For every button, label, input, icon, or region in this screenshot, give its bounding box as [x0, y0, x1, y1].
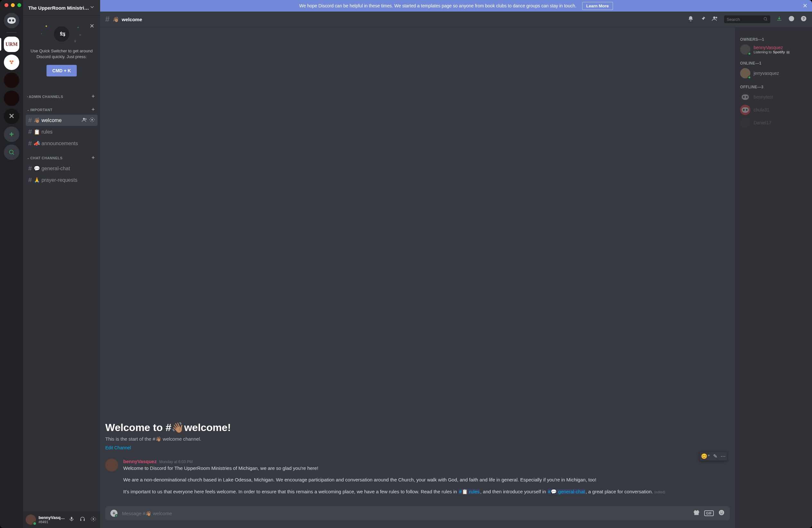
user-settings-button[interactable]: [89, 515, 98, 525]
member-avatar: [740, 117, 750, 128]
gif-button[interactable]: GIF: [704, 510, 714, 516]
member-offline[interactable]: chula31: [738, 103, 809, 116]
self-tag: #8491: [39, 520, 65, 524]
quick-switcher-text: Use Quick Switcher to get around Discord…: [30, 48, 93, 60]
edit-message-button[interactable]: ✎: [713, 453, 717, 459]
attach-button[interactable]: +: [111, 510, 117, 517]
edit-channel-link[interactable]: Edit Channel: [105, 445, 730, 450]
member-list-toggle[interactable]: [712, 15, 718, 23]
message-input[interactable]: [122, 511, 689, 516]
channel-header-title: welcome: [122, 17, 142, 22]
user-panel: bennyVasq… #8491: [23, 511, 100, 528]
member-name: chula31: [754, 107, 769, 112]
create-invite-icon[interactable]: [82, 117, 87, 124]
member-offline[interactable]: bennytest: [738, 90, 809, 103]
emoji-picker-button[interactable]: [718, 509, 725, 517]
compass-icon: [8, 149, 15, 155]
message-avatar[interactable]: [105, 459, 118, 471]
notifications-button[interactable]: [687, 15, 694, 23]
add-server-button[interactable]: +: [4, 127, 19, 142]
message-author[interactable]: bennyVasquez: [123, 459, 157, 464]
category-chat-label: Chat Channels: [30, 156, 62, 160]
home-button[interactable]: [4, 13, 19, 28]
svg-point-2: [11, 62, 13, 64]
svg-point-22: [720, 512, 721, 512]
add-channel-important[interactable]: +: [91, 106, 95, 113]
member-online[interactable]: jerryvasquez: [738, 67, 809, 80]
deafen-button[interactable]: [78, 515, 87, 525]
self-username: bennyVasq…: [39, 515, 65, 520]
svg-rect-9: [84, 519, 85, 521]
member-name: Daniel17: [754, 120, 771, 125]
mute-mic-button[interactable]: [68, 515, 76, 525]
speech-icon: 💬: [34, 166, 40, 171]
add-channel-admin[interactable]: +: [91, 93, 95, 100]
channel-rules-label: rules: [41, 129, 53, 135]
channel-general-chat[interactable]: # 💬 general-chat: [26, 163, 98, 174]
member-avatar: [740, 44, 750, 55]
pinned-messages-button[interactable]: [700, 15, 706, 23]
caret-right-icon: ›: [27, 95, 28, 98]
caret-down-icon: ⌄: [27, 156, 30, 160]
hash-icon: #: [28, 117, 32, 124]
chevron-down-icon: [89, 4, 95, 11]
plus-icon: +: [9, 130, 14, 139]
search-input[interactable]: [727, 17, 763, 22]
channel-mention-rules[interactable]: #📋 rules: [458, 489, 480, 494]
server-icon-3[interactable]: [4, 73, 19, 88]
window-zoom-button[interactable]: [17, 3, 21, 7]
banner-close-button[interactable]: ✕: [803, 2, 808, 9]
channel-announcements[interactable]: # 📣 announcements: [26, 138, 98, 149]
hash-icon: #: [28, 176, 32, 184]
svg-point-23: [722, 512, 723, 512]
more-actions-button[interactable]: ⋯: [721, 453, 726, 459]
channel-settings-icon[interactable]: [89, 117, 95, 124]
add-reaction-button[interactable]: 😊⁺: [701, 453, 710, 459]
server-icon-2[interactable]: [4, 55, 19, 70]
channel-rules[interactable]: # 📋 rules: [26, 126, 98, 138]
member-offline[interactable]: Daniel17: [738, 116, 809, 129]
quick-switcher-card: ✕ ✦ • + ○ ⠿ ⇆ Use Quick Switcher to get …: [26, 20, 98, 83]
quick-switcher-art: ✦ • + ○ ⠿ ⇆: [30, 26, 93, 42]
self-avatar[interactable]: [26, 514, 36, 525]
welcome-title: Welcome to #👋🏽welcome!: [105, 422, 730, 433]
search-box[interactable]: [724, 15, 770, 23]
server-icon-5[interactable]: ✕: [4, 109, 19, 124]
server-rail: URM ✕ +: [0, 0, 23, 528]
explore-servers-button[interactable]: [4, 144, 19, 160]
server-icon-4[interactable]: [4, 90, 19, 106]
channel-welcome[interactable]: # 👋🏽 welcome: [26, 115, 98, 126]
members-owners-header: Owners—1: [738, 32, 809, 43]
members-offline-header: Offline—3: [738, 80, 809, 90]
quick-switcher-hotkey-button[interactable]: CMD + K: [46, 65, 77, 76]
category-chat[interactable]: ⌄ Chat Channels +: [26, 155, 98, 162]
channel-mention-general[interactable]: #💬 general-chat: [548, 489, 586, 494]
banner-learn-more-button[interactable]: Learn More: [582, 2, 613, 10]
hash-icon: #: [28, 140, 32, 147]
category-admin[interactable]: › Admin Channels +: [26, 93, 98, 101]
category-important[interactable]: ⌄ Important +: [26, 106, 98, 114]
swap-arrows-icon: ⇆: [60, 30, 63, 38]
window-minimize-button[interactable]: [11, 3, 15, 7]
svg-point-1: [12, 60, 14, 62]
svg-point-6: [91, 119, 93, 121]
server-icon-5-label: ✕: [9, 112, 14, 120]
quick-switcher-close[interactable]: ✕: [89, 23, 95, 30]
channel-prayer-requests[interactable]: # 🙏 prayer-requests: [26, 174, 98, 186]
rich-presence-icon: ▤: [786, 50, 789, 54]
server-urm[interactable]: URM: [4, 37, 19, 52]
banner-text: We hope Discord can be helpful in these …: [299, 3, 576, 8]
category-important-label: Important: [30, 108, 53, 112]
message-scroll[interactable]: Welcome to #👋🏽welcome! This is the start…: [100, 27, 735, 506]
gift-button[interactable]: [693, 509, 700, 517]
add-channel-chat[interactable]: +: [91, 155, 95, 161]
mentions-button[interactable]: [788, 15, 795, 23]
discord-logo-icon: [742, 107, 749, 113]
window-close-button[interactable]: [4, 3, 8, 7]
server-header[interactable]: The UpperRoom Ministri…: [23, 0, 100, 15]
member-owner[interactable]: bennyVasquez Listening to Spotify ▤: [738, 43, 809, 56]
member-avatar: [740, 92, 750, 102]
inbox-download-button[interactable]: [776, 15, 782, 23]
help-button[interactable]: ?: [800, 15, 807, 23]
chat-area: Welcome to #👋🏽welcome! This is the start…: [100, 27, 735, 528]
